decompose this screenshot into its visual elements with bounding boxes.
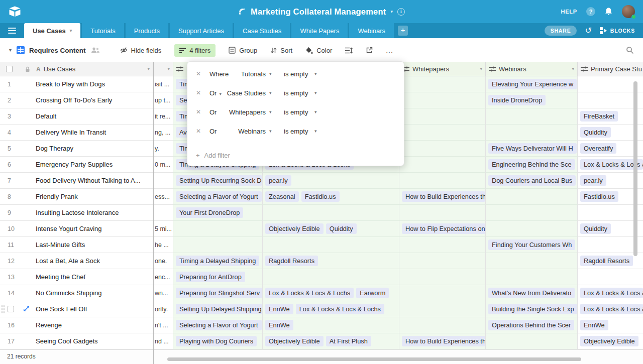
use-case-cell[interactable]: Last-Minute Gifts — [33, 237, 153, 253]
tutorials-cell[interactable]: Playing with Dog Couriers — [173, 333, 263, 349]
row-number-cell[interactable]: 13 — [0, 269, 33, 285]
notes-cell[interactable]: 0 m... — [153, 157, 173, 173]
record-chip[interactable]: pear.ly — [265, 175, 291, 186]
record-chip[interactable]: Setting Up Delayed Shipping — [176, 304, 262, 314]
use-case-cell[interactable]: One Sock Fell Off — [33, 301, 153, 317]
record-chip[interactable]: Dog Couriers and Local Bus — [488, 175, 576, 186]
share-button[interactable]: SHARE — [545, 26, 577, 36]
notes-cell[interactable]: nd ... — [153, 333, 173, 349]
record-chip[interactable]: Timing a Delayed Shipping — [176, 256, 259, 266]
filter-field-select[interactable]: Case Studies — [197, 89, 266, 97]
color-button[interactable]: Color — [305, 47, 332, 54]
column-caret-icon[interactable]: ▾ — [167, 67, 170, 71]
use-case-cell[interactable]: Dog Therapy — [33, 141, 153, 157]
record-chip[interactable]: Lox & Locks & Locs & Lochs — [580, 288, 643, 298]
notes-cell[interactable]: ng, ... — [153, 125, 173, 141]
caret-down-icon[interactable]: ▾ — [269, 110, 272, 114]
tutorials-cell[interactable]: Selecting a Flavor of Yogurt — [173, 189, 263, 205]
record-chip[interactable]: How to Build Experiences th — [402, 336, 485, 346]
record-chip[interactable]: pear.ly — [580, 175, 606, 186]
help-question-icon[interactable]: ? — [586, 7, 595, 16]
use-case-cell[interactable]: Seeing Cool Gadgets — [33, 333, 153, 349]
record-chip[interactable]: Ragdoll Resorts — [265, 256, 318, 266]
whitepapers-cell[interactable] — [399, 205, 486, 221]
record-chip[interactable]: EnnWe — [580, 320, 608, 330]
caret-down-icon[interactable]: ▾ — [314, 129, 317, 134]
more-options-button[interactable]: ... — [386, 46, 393, 54]
tutorials-cell[interactable]: Timing a Delayed Shipping — [173, 253, 263, 269]
row-number-cell[interactable]: 4 — [0, 125, 33, 141]
whitepapers-cell[interactable] — [399, 108, 486, 125]
notes-cell[interactable]: it re... — [153, 108, 173, 125]
tab-tutorials[interactable]: Tutorials — [82, 23, 124, 38]
case-studies-cell[interactable]: ZeasonalFastidio.us — [263, 189, 399, 205]
whitepapers-cell[interactable] — [399, 237, 486, 253]
record-chip[interactable]: Quiddity — [580, 127, 611, 138]
tutorials-cell[interactable]: Setting Up Recurring Sock D — [173, 173, 263, 189]
record-chip[interactable]: Engineering Behind the Sce — [488, 159, 575, 170]
tutorials-cell[interactable]: Selecting a Flavor of Yogurt — [173, 317, 263, 333]
column-header-notes[interactable]: ▾ — [153, 62, 173, 76]
record-chip[interactable]: Selecting a Flavor of Yogurt — [176, 320, 262, 330]
notes-cell[interactable]: ortly. — [153, 301, 173, 317]
row-number-cell[interactable]: 9 — [0, 205, 33, 221]
tab-white-papers[interactable]: White Papers — [291, 23, 348, 38]
whitepapers-cell[interactable] — [399, 92, 486, 108]
use-case-cell[interactable]: Crossing Off To-Do's Early — [33, 92, 153, 108]
record-chip[interactable]: What's New from Deliverato — [488, 288, 575, 298]
row-checkbox[interactable] — [8, 306, 14, 312]
caret-down-icon[interactable]: ▾ — [269, 72, 272, 76]
share-view-button[interactable] — [366, 47, 373, 54]
tab-support-articles[interactable]: Support Articles — [170, 23, 233, 38]
notes-cell[interactable]: ess... — [153, 189, 173, 205]
collaborators-icon[interactable] — [91, 47, 100, 54]
webinars-cell[interactable]: Finding Your Customers Wh — [486, 237, 578, 253]
use-case-cell[interactable]: Intense Yogurt Craving — [33, 221, 153, 237]
column-header-whitepapers[interactable]: Whitepapers ▾ — [399, 62, 486, 76]
add-filter-button[interactable]: + Add filter — [196, 152, 230, 159]
filter-field-select[interactable]: Tutorials — [197, 70, 266, 78]
record-chip[interactable]: Quiddity — [580, 223, 611, 234]
record-chip[interactable]: Operations Behind the Scer — [488, 320, 574, 330]
notes-cell[interactable]: enc... — [153, 269, 173, 285]
vertical-scrollbar[interactable] — [633, 81, 637, 256]
webinars-cell[interactable]: Inside DroneDrop — [486, 92, 578, 108]
help-label[interactable]: HELP — [561, 9, 577, 15]
case-studies-cell[interactable] — [263, 237, 399, 253]
record-chip[interactable]: Inside DroneDrop — [488, 95, 546, 105]
webinars-cell[interactable]: Dog Couriers and Local Bus — [486, 173, 578, 189]
record-chip[interactable]: Building the Single Sock Exp — [488, 304, 577, 314]
row-number-cell[interactable]: 8 — [0, 189, 33, 205]
case-studies-cell[interactable]: Ragdoll Resorts — [263, 253, 399, 269]
webinars-cell[interactable] — [486, 189, 578, 205]
row-number-cell[interactable]: 17 — [0, 333, 33, 349]
use-case-cell[interactable]: Emergency Party Supplies — [33, 157, 153, 173]
record-chip[interactable]: Selecting a Flavor of Yogurt — [176, 191, 262, 202]
caret-down-icon[interactable]: ▾ — [314, 91, 317, 95]
record-chip[interactable]: How to Flip Expectations on — [402, 223, 485, 234]
row-number-cell[interactable]: 7 — [0, 173, 33, 189]
record-chip[interactable]: Objectively Edible — [580, 336, 638, 346]
primary-case-study-cell[interactable]: EnnWe — [578, 317, 643, 333]
primary-case-study-cell[interactable]: Ragdoll Resorts — [578, 253, 643, 269]
tab-webinars[interactable]: Webinars — [349, 23, 394, 38]
notes-cell[interactable] — [153, 205, 173, 221]
whitepapers-cell[interactable] — [399, 253, 486, 269]
tab-case-studies[interactable]: Case Studies — [234, 23, 290, 38]
webinars-cell[interactable]: Operations Behind the Scer — [486, 317, 578, 333]
header-select-all[interactable] — [0, 62, 33, 76]
notes-cell[interactable]: up t... — [153, 92, 173, 108]
filter-operator-select[interactable]: is empty — [284, 128, 308, 135]
filter-field-select[interactable]: Webinars — [197, 128, 266, 135]
user-avatar[interactable] — [622, 5, 635, 18]
whitepapers-cell[interactable] — [399, 301, 486, 317]
record-chip[interactable]: Ragdoll Resorts — [580, 256, 633, 266]
row-number-cell[interactable]: 1 — [0, 76, 33, 92]
case-studies-cell[interactable]: EnnWe — [263, 317, 399, 333]
horizontal-scrollbar[interactable] — [167, 357, 581, 361]
notes-cell[interactable] — [153, 173, 173, 189]
use-case-cell[interactable]: Meeting the Chef — [33, 269, 153, 285]
tutorials-cell[interactable]: Preparing for Slingshot Serv — [173, 285, 263, 301]
webinars-cell[interactable] — [486, 205, 578, 221]
whitepapers-cell[interactable] — [399, 141, 486, 157]
